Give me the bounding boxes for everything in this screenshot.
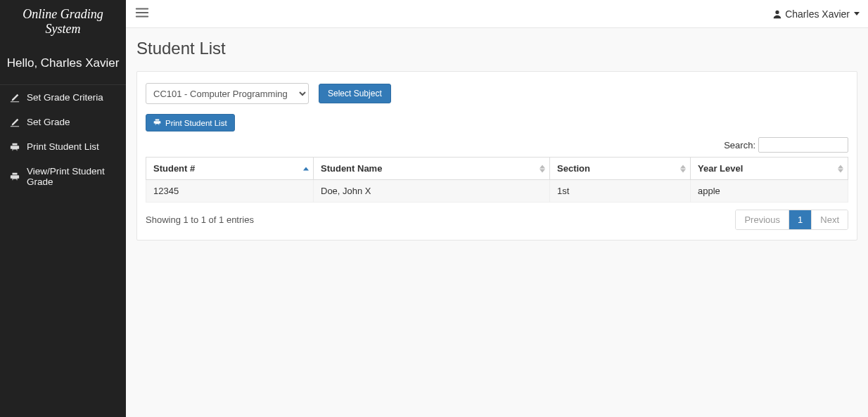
table-row: 12345 Doe, John X 1st apple — [146, 180, 848, 203]
student-table: Student # Student Name Section — [146, 157, 848, 203]
sidebar-nav: Set Grade Criteria Set Grade Print Stude… — [0, 84, 126, 194]
sidebar-item-label: View/Print Student Grade — [27, 166, 116, 187]
sidebar-item-label: Set Grade Criteria — [27, 92, 103, 103]
select-subject-button[interactable]: Select Subject — [319, 84, 391, 103]
subject-row: CC101 - Computer Programming Select Subj… — [146, 83, 848, 104]
print-icon — [10, 172, 20, 181]
edit-icon — [10, 117, 20, 127]
sort-both-icon — [680, 165, 686, 172]
col-label: Section — [557, 163, 590, 174]
user-menu[interactable]: Charles Xavier — [772, 8, 860, 20]
print-icon — [153, 118, 161, 127]
sidebar-item-set-grade[interactable]: Set Grade — [0, 110, 126, 134]
user-icon — [772, 9, 782, 19]
col-label: Year Level — [698, 163, 743, 174]
cell-student-no: 12345 — [146, 180, 314, 203]
edit-icon — [10, 93, 20, 103]
cell-student-name: Doe, John X — [314, 180, 550, 203]
sort-both-icon — [838, 165, 843, 172]
app-root: Online Grading System Hello, Charles Xav… — [0, 0, 868, 417]
sidebar: Online Grading System Hello, Charles Xav… — [0, 0, 126, 417]
cell-section: 1st — [550, 180, 691, 203]
col-label: Student # — [153, 163, 195, 174]
page-1[interactable]: 1 — [789, 210, 811, 229]
col-student-name[interactable]: Student Name — [314, 158, 550, 180]
search-input[interactable] — [758, 137, 848, 153]
sort-asc-icon — [303, 167, 309, 170]
search-label: Search: — [724, 140, 755, 150]
caret-down-icon — [854, 12, 860, 15]
panel: CC101 - Computer Programming Select Subj… — [136, 71, 857, 240]
main-area: Charles Xavier Student List CC101 - Comp… — [126, 0, 868, 417]
cell-year-level: apple — [691, 180, 848, 203]
topbar: Charles Xavier — [126, 0, 868, 28]
datatable-search: Search: — [146, 137, 848, 153]
print-button-label: Print Student List — [165, 119, 227, 127]
sidebar-item-label: Set Grade — [27, 117, 70, 127]
col-label: Student Name — [321, 163, 382, 174]
greeting-text: Hello, Charles Xavier — [0, 46, 126, 84]
table-info: Showing 1 to 1 of 1 entries — [146, 214, 254, 225]
brand-title: Online Grading System — [0, 0, 126, 46]
col-student-no[interactable]: Student # — [146, 158, 314, 180]
print-student-list-button[interactable]: Print Student List — [146, 114, 235, 131]
print-icon — [10, 142, 20, 152]
sidebar-item-label: Print Student List — [27, 141, 99, 152]
pagination: Previous 1 Next — [735, 210, 848, 230]
sidebar-item-set-grade-criteria[interactable]: Set Grade Criteria — [0, 85, 126, 110]
col-section[interactable]: Section — [550, 158, 691, 180]
datatable-footer: Showing 1 to 1 of 1 entries Previous 1 N… — [146, 210, 848, 230]
sidebar-item-view-print-student-grade[interactable]: View/Print Student Grade — [0, 159, 126, 194]
sidebar-item-print-student-list[interactable]: Print Student List — [0, 134, 126, 159]
page-prev[interactable]: Previous — [736, 210, 789, 229]
table-header-row: Student # Student Name Section — [146, 158, 848, 180]
print-toolbar: Print Student List — [146, 114, 848, 131]
col-year-level[interactable]: Year Level — [691, 158, 848, 180]
user-menu-name: Charles Xavier — [785, 8, 850, 20]
hamburger-icon[interactable] — [134, 5, 150, 23]
page-next[interactable]: Next — [811, 210, 848, 229]
page-title: Student List — [136, 39, 857, 58]
subject-select[interactable]: CC101 - Computer Programming — [146, 83, 309, 104]
content: Student List CC101 - Computer Programmin… — [126, 28, 868, 417]
sort-both-icon — [540, 165, 545, 172]
